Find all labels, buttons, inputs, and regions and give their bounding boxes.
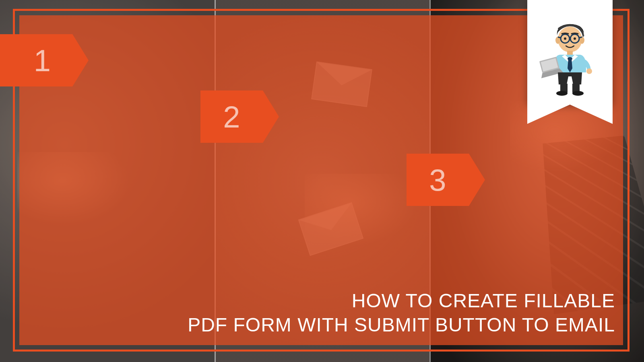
step-marker-3: 3 — [407, 154, 469, 206]
headline-line-2: PDF FORM WITH SUBMIT BUTTON TO EMAIL — [188, 313, 615, 337]
mascot-icon — [538, 20, 602, 97]
hero-banner: 1 2 3 HOW TO CREATE FILLABLE PDF FORM WI… — [0, 0, 644, 362]
logo-ribbon — [527, 0, 613, 105]
step-number: 1 — [34, 43, 51, 78]
headline-line-1: HOW TO CREATE FILLABLE — [188, 289, 615, 313]
svg-rect-10 — [567, 51, 573, 55]
svg-point-11 — [568, 57, 572, 60]
svg-point-9 — [574, 37, 576, 40]
step-number: 2 — [223, 99, 240, 134]
step-marker-2: 2 — [200, 90, 263, 143]
svg-point-18 — [556, 91, 568, 96]
headline: HOW TO CREATE FILLABLE PDF FORM WITH SUB… — [188, 289, 615, 337]
step-marker-1: 1 — [0, 34, 72, 86]
svg-point-19 — [572, 91, 584, 96]
svg-point-8 — [564, 37, 566, 40]
step-number: 3 — [429, 162, 446, 197]
svg-line-7 — [579, 37, 582, 38]
svg-line-6 — [558, 37, 561, 38]
svg-point-15 — [586, 68, 592, 74]
